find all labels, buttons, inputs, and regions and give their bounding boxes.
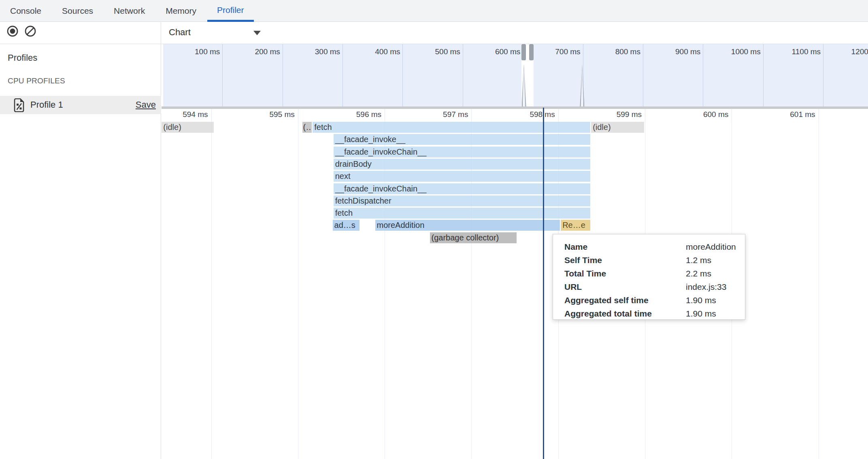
profiles-heading: Profiles xyxy=(8,53,37,63)
ruler-grid-line xyxy=(298,109,298,121)
ruler-grid-line xyxy=(211,109,212,121)
selection-handle-left[interactable] xyxy=(521,44,526,60)
flame-bar[interactable]: drainBody xyxy=(334,159,590,170)
tab-sources[interactable]: Sources xyxy=(52,0,103,22)
ruler-tick-label: 601 ms xyxy=(779,110,815,119)
overview-grid-line xyxy=(703,44,703,106)
tooltip-row: URLindex.js:33 xyxy=(564,282,745,295)
profile-name: Profile 1 xyxy=(30,100,63,110)
tooltip-row: Aggregated total time1.90 ms xyxy=(564,309,745,322)
ruler-grid-line xyxy=(732,109,732,121)
record-icon xyxy=(6,25,19,37)
clear-icon xyxy=(24,25,36,37)
profiles-sidebar xyxy=(0,22,161,459)
tooltip-value: 2.2 ms xyxy=(686,269,711,278)
tab-console[interactable]: Console xyxy=(0,0,51,22)
overview-tick-label: 900 ms xyxy=(664,47,700,56)
cpu-profiles-section-label: CPU PROFILES xyxy=(8,76,65,85)
flame-grid-line xyxy=(298,121,298,459)
tooltip-row: Aggregated self time1.90 ms xyxy=(564,295,745,309)
tooltip-label: Total Time xyxy=(564,269,606,278)
overview-tick-label: 300 ms xyxy=(304,47,340,56)
view-mode-select[interactable]: Chart xyxy=(169,27,191,38)
overview-tick-label: 200 ms xyxy=(244,47,280,56)
record-button[interactable] xyxy=(6,25,19,37)
overview-tick-label: 800 ms xyxy=(604,47,640,56)
ruler-tick-label: 598 ms xyxy=(519,110,555,119)
tooltip-row: NamemoreAddition xyxy=(564,242,745,255)
time-ruler: 594 ms595 ms596 ms597 ms598 ms599 ms600 … xyxy=(162,109,868,121)
flame-bar[interactable]: Re…e xyxy=(561,220,590,231)
overview-grid-line xyxy=(343,44,343,106)
tooltip-label: Name xyxy=(564,242,587,251)
devtools-tab-bar: ConsoleSourcesNetworkMemoryProfiler xyxy=(0,0,868,22)
frame-tooltip: NamemoreAdditionSelf Time1.2 msTotal Tim… xyxy=(553,234,745,320)
tab-network[interactable]: Network xyxy=(104,0,155,22)
overview-grid-line xyxy=(283,44,283,106)
tooltip-value: moreAddition xyxy=(686,242,736,252)
overview-timeline[interactable]: 100 ms200 ms300 ms400 ms500 ms600 ms700 … xyxy=(163,44,868,106)
cpu-activity-spike xyxy=(522,64,526,106)
flame-bar[interactable]: __facade_invokeChain__ xyxy=(334,147,590,157)
tooltip-value: index.js:33 xyxy=(686,282,726,292)
selection-handle-right[interactable] xyxy=(529,44,534,60)
sidebar-toolbar xyxy=(0,22,161,44)
overview-grid-line xyxy=(463,44,463,106)
chevron-down-icon xyxy=(253,31,261,35)
profile-document-icon xyxy=(13,98,25,112)
flame-grid-line xyxy=(211,121,212,459)
overview-grid-line xyxy=(222,44,223,106)
ruler-tick-label: 595 ms xyxy=(258,110,295,119)
tooltip-row: Total Time2.2 ms xyxy=(564,269,745,282)
overview-tick-label: 1200 ms xyxy=(844,47,868,56)
flame-bar[interactable]: (idle) xyxy=(591,122,644,133)
tooltip-label: Self Time xyxy=(564,255,602,265)
flame-bar[interactable]: ad…s xyxy=(333,220,360,231)
clear-button[interactable] xyxy=(24,25,36,37)
ruler-grid-line xyxy=(385,109,385,121)
tab-memory[interactable]: Memory xyxy=(156,0,206,22)
flame-bar[interactable]: __facade_invoke__ xyxy=(334,134,590,145)
overview-tick-label: 400 ms xyxy=(364,47,400,56)
overview-grid-line xyxy=(402,44,403,106)
overview-grid-line xyxy=(763,44,764,106)
tooltip-value: 1.90 ms xyxy=(686,295,716,305)
overview-tick-label: 100 ms xyxy=(183,47,220,56)
flame-bar[interactable]: (idle) xyxy=(162,122,214,133)
flame-bar[interactable]: fetch xyxy=(334,208,590,219)
cpu-activity-spike xyxy=(580,65,584,106)
overview-grid-line xyxy=(823,44,823,106)
tooltip-label: Aggregated total time xyxy=(564,309,652,318)
flame-bar[interactable]: fetchDispatcher xyxy=(334,196,590,206)
flame-bar[interactable]: fetch xyxy=(313,122,590,133)
ruler-grid-line xyxy=(819,109,819,121)
profile-list-item[interactable]: Profile 1 Save xyxy=(0,96,161,114)
flame-grid-line xyxy=(819,121,819,459)
flame-bar[interactable]: moreAddition xyxy=(375,220,560,231)
profiler-toolbar: Chart xyxy=(162,22,868,44)
overview-tick-label: 500 ms xyxy=(424,47,460,56)
ruler-tick-label: 597 ms xyxy=(432,110,468,119)
ruler-tick-label: 600 ms xyxy=(692,110,728,119)
overview-tick-label: 700 ms xyxy=(544,47,581,56)
tooltip-label: URL xyxy=(564,282,582,291)
tooltip-row: Self Time1.2 ms xyxy=(564,255,745,269)
overview-tick-label: 1000 ms xyxy=(724,47,761,56)
tooltip-label: Aggregated self time xyxy=(564,295,649,305)
flame-bar[interactable]: (… xyxy=(302,122,312,133)
ruler-tick-label: 599 ms xyxy=(605,110,642,119)
tooltip-value: 1.90 ms xyxy=(686,309,716,319)
overview-tick-label: 1100 ms xyxy=(784,47,821,56)
tab-profiler[interactable]: Profiler xyxy=(207,0,254,22)
overview-grid-line xyxy=(643,44,643,106)
ruler-grid-line xyxy=(645,109,645,121)
flame-bar[interactable]: next xyxy=(334,171,590,182)
save-link[interactable]: Save xyxy=(136,100,156,110)
current-time-line xyxy=(543,108,544,459)
ruler-tick-label: 594 ms xyxy=(172,110,208,119)
ruler-grid-line xyxy=(471,109,472,121)
tooltip-value: 1.2 ms xyxy=(686,255,711,265)
flame-bar[interactable]: (garbage collector) xyxy=(430,232,517,243)
flame-bar[interactable]: __facade_invokeChain__ xyxy=(334,183,590,194)
flame-chart[interactable]: (idle)(…fetch(idle)__facade_invoke____fa… xyxy=(162,121,868,459)
